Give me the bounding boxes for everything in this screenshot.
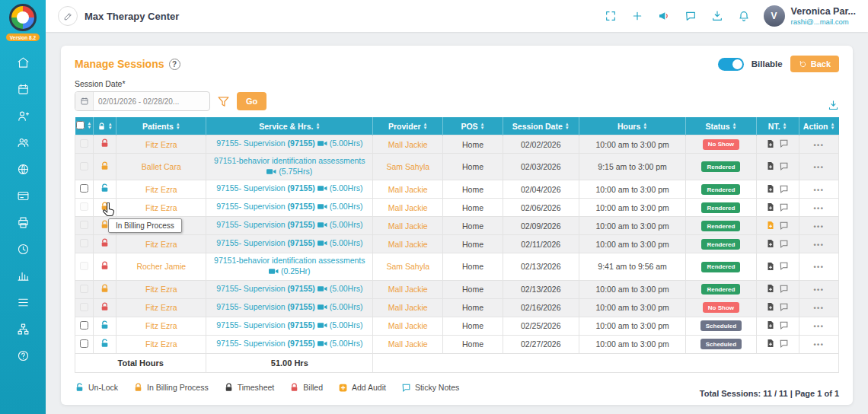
sidebar-item-workflow[interactable] (11, 320, 34, 338)
note-icon[interactable] (766, 202, 775, 212)
provider-link[interactable]: Mall Jackie (388, 140, 428, 149)
note-icon[interactable] (766, 262, 775, 271)
billable-toggle[interactable] (718, 58, 744, 71)
sort-icon[interactable]: ▲▼ (783, 123, 787, 130)
help-icon[interactable]: ? (169, 59, 180, 70)
sidebar-item-help[interactable] (11, 346, 34, 365)
lock-icon[interactable] (100, 284, 110, 294)
provider-link[interactable]: Mall Jackie (388, 339, 428, 349)
comment-icon[interactable] (779, 261, 789, 271)
sidebar-item-billing[interactable] (11, 186, 34, 205)
sidebar-item-history[interactable] (11, 240, 34, 258)
sidebar-item-staff[interactable] (11, 133, 34, 151)
comment-icon[interactable] (779, 239, 789, 249)
session-date-input[interactable]: 02/01/2026 - 02/28/20... (75, 91, 210, 111)
patient-link[interactable]: Fitz Ezra (145, 203, 177, 212)
sort-icon[interactable]: ▲▼ (176, 123, 180, 130)
lock-icon[interactable] (100, 339, 110, 349)
sidebar-item-printer[interactable] (11, 213, 34, 231)
row-checkbox[interactable] (80, 262, 88, 270)
note-icon[interactable] (766, 184, 775, 193)
row-checkbox[interactable] (80, 239, 88, 247)
row-actions-button[interactable]: ••• (813, 341, 824, 349)
sort-icon[interactable]: ▲▼ (87, 122, 91, 129)
row-checkbox[interactable] (80, 303, 88, 311)
service-link[interactable]: 97151-behavior identification assessment… (214, 156, 365, 176)
provider-link[interactable]: Mall Jackie (388, 203, 428, 212)
service-link[interactable]: 97151-behavior identification assessment… (214, 256, 365, 275)
row-checkbox[interactable] (80, 321, 88, 330)
service-link[interactable]: 97155- Supervision (97155) (5.00Hrs) (216, 339, 362, 348)
back-button[interactable]: Back (790, 56, 839, 72)
provider-link[interactable]: Mall Jackie (388, 185, 428, 194)
comment-icon[interactable] (779, 339, 789, 349)
service-link[interactable]: 97155- Supervision (97155) (5.00Hrs) (216, 139, 362, 148)
patient-link[interactable]: Fitz Ezra (145, 303, 177, 312)
provider-link[interactable]: Mall Jackie (388, 285, 428, 294)
service-link[interactable]: 97155- Supervision (97155) (5.00Hrs) (216, 302, 362, 311)
comment-icon[interactable] (779, 221, 789, 231)
sort-icon[interactable]: ▲▼ (315, 123, 320, 130)
note-icon[interactable] (766, 320, 775, 330)
sidebar-item-home[interactable] (11, 53, 34, 72)
patient-link[interactable]: Fitz Ezra (145, 339, 177, 349)
service-link[interactable]: 97155- Supervision (97155) (5.00Hrs) (216, 202, 362, 211)
lock-icon[interactable] (100, 161, 110, 171)
sidebar-item-clients[interactable] (11, 107, 34, 125)
row-actions-button[interactable]: ••• (813, 205, 824, 212)
lock-icon[interactable] (100, 139, 110, 148)
table-download-button[interactable] (828, 100, 839, 111)
comment-icon[interactable] (779, 161, 789, 171)
row-checkbox[interactable] (80, 162, 88, 170)
patient-link[interactable]: Fitz Ezra (145, 240, 177, 249)
sort-icon[interactable]: ▲▼ (423, 123, 428, 130)
comment-icon[interactable] (779, 302, 789, 312)
service-link[interactable]: 97155- Supervision (97155) (5.00Hrs) (216, 220, 362, 229)
notifications-button[interactable] (738, 10, 750, 22)
row-checkbox[interactable] (80, 285, 88, 293)
patient-link[interactable]: Fitz Ezra (145, 140, 177, 149)
select-all-checkbox[interactable] (76, 121, 85, 129)
patient-link[interactable]: Ballet Cara (142, 162, 181, 171)
comment-icon[interactable] (779, 284, 789, 294)
sidebar-item-globe[interactable] (11, 160, 34, 178)
sidebar-item-calendar[interactable] (11, 80, 34, 98)
service-link[interactable]: 97155- Supervision (97155) (5.00Hrs) (216, 238, 362, 247)
note-icon[interactable] (766, 302, 775, 311)
note-icon[interactable] (766, 139, 775, 148)
comment-icon[interactable] (779, 184, 789, 194)
service-link[interactable]: 97155- Supervision (97155) (5.00Hrs) (216, 284, 362, 293)
announcement-button[interactable] (658, 10, 670, 22)
lock-icon[interactable] (100, 202, 110, 212)
sidebar-item-menu[interactable] (11, 293, 34, 311)
sort-icon[interactable]: ▲▼ (643, 123, 647, 130)
patient-link[interactable]: Fitz Ezra (145, 185, 177, 194)
provider-link[interactable]: Mall Jackie (388, 240, 428, 249)
sort-icon[interactable]: ▲▼ (830, 123, 834, 130)
patient-link[interactable]: Fitz Ezra (145, 321, 177, 330)
comment-icon[interactable] (779, 320, 789, 330)
filter-button[interactable] (217, 95, 230, 108)
row-checkbox[interactable] (80, 339, 88, 348)
sort-icon[interactable]: ▲▼ (108, 123, 113, 130)
edit-title-button[interactable] (58, 6, 78, 26)
row-checkbox[interactable] (80, 221, 88, 229)
add-button[interactable] (631, 10, 643, 22)
sort-icon[interactable]: ▲▼ (480, 123, 485, 130)
patient-link[interactable]: Fitz Ezra (145, 285, 177, 294)
note-icon[interactable] (766, 161, 775, 170)
export-button[interactable] (711, 10, 723, 22)
row-actions-button[interactable]: ••• (813, 164, 824, 171)
provider-link[interactable]: Sam Sahyla (386, 162, 429, 171)
note-icon[interactable] (766, 221, 775, 230)
note-icon[interactable] (766, 339, 775, 348)
service-link[interactable]: 97155- Supervision (97155) (5.00Hrs) (216, 183, 362, 193)
sort-icon[interactable]: ▲▼ (565, 123, 570, 130)
provider-link[interactable]: Sam Sahyla (386, 262, 429, 271)
provider-link[interactable]: Mall Jackie (388, 321, 428, 330)
go-button[interactable]: Go (237, 92, 266, 110)
row-checkbox[interactable] (80, 139, 88, 148)
comment-icon[interactable] (779, 202, 789, 212)
provider-link[interactable]: Mall Jackie (388, 303, 428, 312)
row-actions-button[interactable]: ••• (813, 142, 824, 149)
